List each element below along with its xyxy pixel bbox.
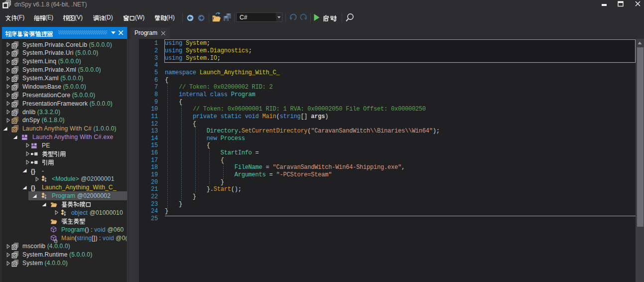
svg-text:{}: {} [31,184,35,191]
svg-text:{}: {} [31,167,35,174]
